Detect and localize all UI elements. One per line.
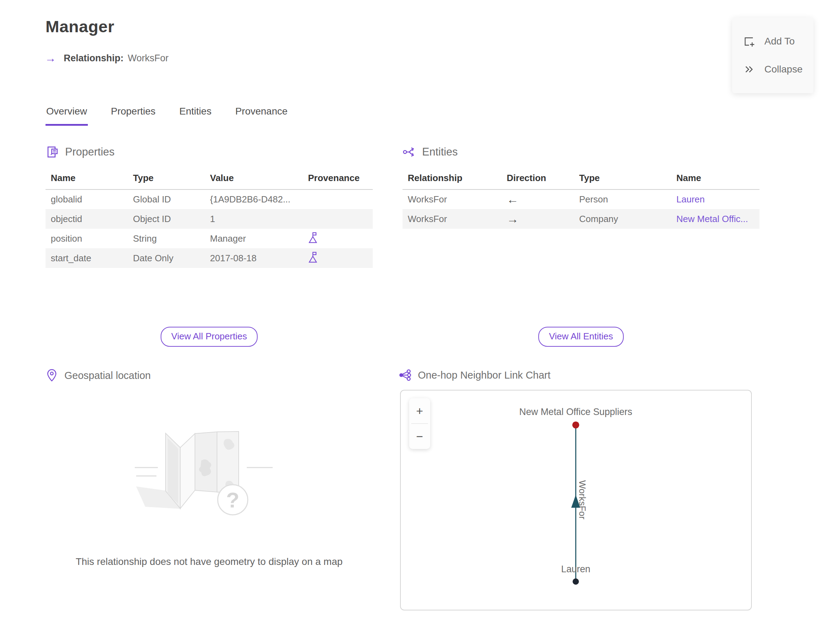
table-row: globalid Global ID {1A9DB2B6-D482...: [46, 190, 373, 209]
provenance-flag-icon[interactable]: [308, 251, 319, 263]
entities-section-head: Entities: [403, 146, 759, 159]
entities-table: Relationship Direction Type Name WorksFo…: [403, 168, 759, 229]
geometry-empty-message: This relationship does not have geometry…: [46, 556, 373, 567]
col-provenance: Provenance: [303, 168, 373, 190]
view-all-entities-button[interactable]: View All Entities: [538, 327, 623, 347]
provenance-flag-icon[interactable]: [308, 231, 319, 244]
col-type: Type: [128, 168, 205, 190]
col-relationship: Relationship: [403, 168, 502, 190]
map-pin-icon: [46, 369, 58, 383]
table-row: position String Manager: [46, 229, 373, 248]
entity-link[interactable]: Lauren: [677, 194, 705, 204]
subtitle-label: Relationship:: [64, 53, 123, 64]
geospatial-section-head: Geospatial location: [46, 369, 151, 383]
table-row: WorksFor ← Person Lauren: [403, 190, 759, 209]
table-row: start_date Date Only 2017-08-18: [46, 248, 373, 268]
col-name: Name: [46, 168, 128, 190]
tab-entities[interactable]: Entities: [178, 106, 212, 126]
zoom-control: + −: [409, 398, 430, 449]
top-node-label: New Metal Office Suppliers: [519, 407, 632, 417]
double-chevron-right-icon: [743, 63, 755, 76]
breadcrumb: → Relationship: WorksFor: [45, 52, 169, 64]
link-chart-canvas[interactable]: + − New Metal Office Suppliers WorksFor …: [400, 390, 752, 611]
direction-arrow: →: [502, 209, 574, 229]
link-chart-section-head: One-hop Neighbor Link Chart: [398, 369, 551, 382]
add-to-label: Add To: [764, 36, 795, 47]
collapse-label: Collapse: [764, 64, 802, 75]
tab-properties[interactable]: Properties: [110, 106, 156, 126]
add-to-button[interactable]: Add To: [732, 27, 813, 55]
edge-label: WorksFor: [578, 480, 587, 519]
properties-table: Name Type Value Provenance globalid Glob…: [46, 168, 373, 268]
table-row: WorksFor → Company New Metal Offic...: [403, 209, 759, 229]
properties-section-title: Properties: [65, 146, 114, 158]
relationship-arrow-icon: →: [45, 52, 56, 64]
action-card: Add To Collapse: [732, 17, 813, 93]
link-chart-section-title: One-hop Neighbor Link Chart: [418, 370, 551, 381]
bottom-node-label: Lauren: [561, 564, 591, 574]
relationship-detail-page: Manager → Relationship: WorksFor Add To …: [0, 0, 840, 636]
properties-section-head: Properties: [46, 146, 373, 159]
map-placeholder-illustration: ?: [135, 429, 282, 522]
col-value: Value: [205, 168, 303, 190]
col-type: Type: [574, 168, 671, 190]
collapse-button[interactable]: Collapse: [732, 55, 813, 83]
properties-icon: [46, 146, 59, 159]
zoom-in-button[interactable]: +: [409, 398, 430, 423]
tab-bar: Overview Properties Entities Provenance: [46, 106, 288, 126]
link-chart-svg: New Metal Office Suppliers WorksFor Laur…: [401, 391, 751, 610]
svg-text:?: ?: [226, 488, 239, 512]
geospatial-section-title: Geospatial location: [65, 370, 151, 381]
col-direction: Direction: [502, 168, 574, 190]
properties-panel: Properties Name Type Value Provenance gl…: [46, 146, 373, 268]
zoom-out-button[interactable]: −: [409, 424, 430, 449]
view-all-properties-button[interactable]: View All Properties: [161, 327, 257, 347]
page-title: Manager: [46, 17, 114, 36]
col-name: Name: [671, 168, 760, 190]
tab-provenance[interactable]: Provenance: [235, 106, 288, 126]
entities-fork-icon: [403, 146, 416, 159]
subtitle-value: WorksFor: [128, 53, 169, 64]
table-row: objectid Object ID 1: [46, 209, 373, 229]
add-to-icon: [743, 35, 755, 47]
person-node[interactable]: [573, 579, 579, 585]
entity-link[interactable]: New Metal Offic...: [677, 214, 748, 224]
entities-section-title: Entities: [422, 146, 458, 158]
entities-panel: Entities Relationship Direction Type Nam…: [403, 146, 759, 229]
direction-arrow: ←: [502, 190, 574, 209]
company-node[interactable]: [572, 421, 579, 428]
one-hop-share-icon: [398, 369, 412, 382]
tab-overview[interactable]: Overview: [46, 106, 88, 126]
